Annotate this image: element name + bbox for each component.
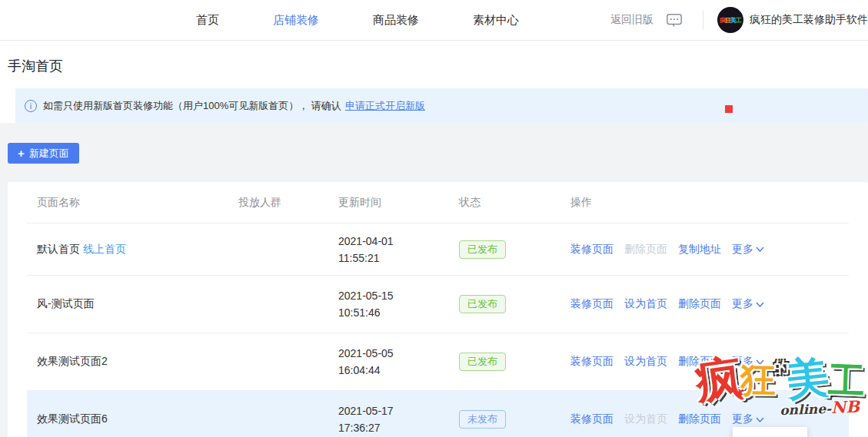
toolbar: + 新建页面 bbox=[0, 123, 868, 164]
status-badge: 已发布 bbox=[459, 295, 506, 313]
back-to-old-version-link[interactable]: 返回旧版 bbox=[610, 13, 653, 27]
more-label: 更多 bbox=[732, 243, 753, 257]
page-title: 手淘首页 bbox=[8, 57, 868, 88]
header-status: 状态 bbox=[449, 196, 560, 210]
info-banner: i 如需只使用新版首页装修功能（用户100%可见新版首页）， 请确认 申请正式开… bbox=[15, 88, 868, 123]
nav-menu: 首页 店铺装修 商品装修 素材中心 bbox=[196, 13, 519, 28]
dropdown-panel bbox=[733, 427, 807, 437]
decorate-page-link[interactable]: 装修页面 bbox=[570, 355, 614, 369]
status-badge: 已发布 bbox=[459, 353, 506, 371]
account-avatar[interactable]: 疯狂美工 bbox=[717, 7, 743, 33]
header-page-name: 页面名称 bbox=[27, 196, 228, 210]
more-label: 更多 bbox=[732, 297, 753, 311]
updated-time-cell: 2021-04-01 11:55:21 bbox=[328, 233, 449, 267]
updated-clock: 16:04:44 bbox=[338, 362, 449, 379]
decorate-page-link[interactable]: 装修页面 bbox=[570, 297, 614, 311]
nav-right-group: 返回旧版 疯狂美工 疯狂的美工装修助手软件 bbox=[610, 7, 868, 33]
chevron-down-icon bbox=[756, 302, 764, 307]
header-operations: 操作 bbox=[560, 196, 849, 210]
table-row: 效果测试页面6 2021-05-17 17:36:27 未发布 装修页面 设为首… bbox=[27, 390, 849, 437]
account-name: 疯狂的美工装修助手软件 bbox=[750, 13, 868, 27]
banner-apply-link[interactable]: 申请正式开启新版 bbox=[345, 99, 425, 113]
nav-item-home[interactable]: 首页 bbox=[196, 13, 219, 28]
decorate-page-link[interactable]: 装修页面 bbox=[570, 412, 614, 426]
updated-time-cell: 2021-05-15 10:51:46 bbox=[328, 287, 449, 321]
page-name-cell: 默认首页线上首页 bbox=[27, 243, 228, 257]
operations-cell: 装修页面 设为首页 删除页面 更多 bbox=[560, 412, 849, 426]
banner-text: 如需只使用新版首页装修功能（用户100%可见新版首页）， 请确认 bbox=[43, 99, 341, 113]
pages-table-card: 页面名称 投放人群 更新时间 状态 操作 默认首页线上首页 2021-04-01… bbox=[8, 182, 868, 437]
operations-cell: 装修页面 设为首页 删除页面 更多 bbox=[560, 297, 849, 311]
set-as-home-link[interactable]: 设为首页 bbox=[624, 297, 667, 311]
header-audience: 投放人群 bbox=[228, 196, 328, 210]
more-dropdown-link[interactable]: 更多 bbox=[732, 355, 764, 369]
message-bubble-icon[interactable] bbox=[666, 12, 683, 28]
avatar-glyph: 狂 bbox=[725, 16, 730, 25]
page-name-cell: 风-测试页面 bbox=[27, 297, 228, 311]
avatar-glyph: 疯 bbox=[720, 16, 725, 25]
updated-date: 2021-04-01 bbox=[338, 233, 449, 250]
top-nav: 首页 店铺装修 商品装修 素材中心 返回旧版 疯狂美工 疯狂的美工装修助手软件 bbox=[0, 0, 868, 41]
new-page-button[interactable]: + 新建页面 bbox=[8, 143, 79, 164]
updated-time-cell: 2021-05-17 17:36:27 bbox=[328, 402, 449, 436]
updated-time-cell: 2021-05-05 16:04:44 bbox=[328, 345, 449, 379]
nav-item-product-decorate[interactable]: 商品装修 bbox=[373, 13, 419, 28]
page-name-cell: 效果测试页面2 bbox=[27, 355, 228, 369]
status-badge: 未发布 bbox=[459, 410, 506, 429]
page-name-cell: 效果测试页面6 bbox=[27, 412, 228, 426]
table-row: 默认首页线上首页 2021-04-01 11:55:21 已发布 装修页面 删除… bbox=[27, 223, 849, 275]
title-section: 手淘首页 i 如需只使用新版首页装修功能（用户100%可见新版首页）， 请确认 … bbox=[0, 41, 868, 123]
operations-cell: 装修页面 设为首页 删除页面 更多 bbox=[560, 355, 849, 369]
header-updated-time: 更新时间 bbox=[328, 196, 449, 210]
table-row: 效果测试页面2 2021-05-05 16:04:44 已发布 装修页面 设为首… bbox=[27, 333, 849, 390]
delete-page-link[interactable]: 删除页面 bbox=[678, 297, 721, 311]
delete-page-link-disabled: 删除页面 bbox=[624, 243, 667, 257]
updated-date: 2021-05-17 bbox=[338, 402, 449, 419]
set-as-home-link-disabled: 设为首页 bbox=[624, 412, 667, 426]
app-window: 首页 店铺装修 商品装修 素材中心 返回旧版 疯狂美工 疯狂的美工装修助手软件 … bbox=[0, 0, 868, 437]
table-header-row: 页面名称 投放人群 更新时间 状态 操作 bbox=[27, 182, 849, 223]
updated-date: 2021-05-05 bbox=[338, 345, 449, 362]
more-label: 更多 bbox=[732, 355, 753, 369]
table-row: 风-测试页面 2021-05-15 10:51:46 已发布 装修页面 设为首页… bbox=[27, 275, 849, 333]
page-name: 效果测试页面6 bbox=[37, 412, 108, 425]
info-circle-icon: i bbox=[25, 100, 37, 112]
chevron-down-icon bbox=[756, 359, 764, 365]
delete-page-link[interactable]: 删除页面 bbox=[678, 355, 721, 369]
updated-clock: 10:51:46 bbox=[338, 304, 449, 321]
status-cell: 未发布 bbox=[449, 410, 560, 429]
status-badge: 已发布 bbox=[459, 240, 506, 259]
delete-page-link[interactable]: 删除页面 bbox=[678, 412, 721, 426]
more-dropdown-link[interactable]: 更多 bbox=[732, 412, 764, 426]
updated-date: 2021-05-15 bbox=[338, 287, 449, 304]
chevron-down-icon bbox=[756, 417, 764, 422]
decorate-page-link[interactable]: 装修页面 bbox=[570, 243, 614, 257]
updated-clock: 11:55:21 bbox=[338, 250, 449, 267]
status-cell: 已发布 bbox=[449, 240, 560, 259]
set-as-home-link[interactable]: 设为首页 bbox=[624, 355, 667, 369]
more-dropdown-link[interactable]: 更多 bbox=[732, 297, 764, 311]
more-dropdown-link[interactable]: 更多 bbox=[732, 243, 764, 257]
page-name: 效果测试页面2 bbox=[37, 355, 108, 367]
nav-item-shop-decorate[interactable]: 店铺装修 bbox=[273, 13, 319, 28]
new-page-button-label: 新建页面 bbox=[29, 147, 69, 161]
page-name: 默认首页 bbox=[37, 243, 80, 255]
page-name: 风-测试页面 bbox=[37, 297, 95, 310]
avatar-glyph: 工 bbox=[736, 16, 741, 25]
nav-divider bbox=[703, 11, 703, 29]
status-cell: 已发布 bbox=[449, 353, 560, 371]
copy-address-link[interactable]: 复制地址 bbox=[678, 243, 721, 257]
avatar-glyph: 美 bbox=[730, 16, 736, 25]
plus-icon: + bbox=[18, 147, 25, 159]
status-cell: 已发布 bbox=[449, 295, 560, 313]
red-square-marker bbox=[725, 105, 733, 113]
operations-cell: 装修页面 删除页面 复制地址 更多 bbox=[560, 243, 849, 257]
chevron-down-icon bbox=[756, 247, 764, 252]
updated-clock: 17:36:27 bbox=[338, 419, 449, 436]
more-label: 更多 bbox=[732, 412, 753, 426]
nav-item-material-center[interactable]: 素材中心 bbox=[473, 13, 519, 28]
online-home-link[interactable]: 线上首页 bbox=[83, 243, 126, 255]
